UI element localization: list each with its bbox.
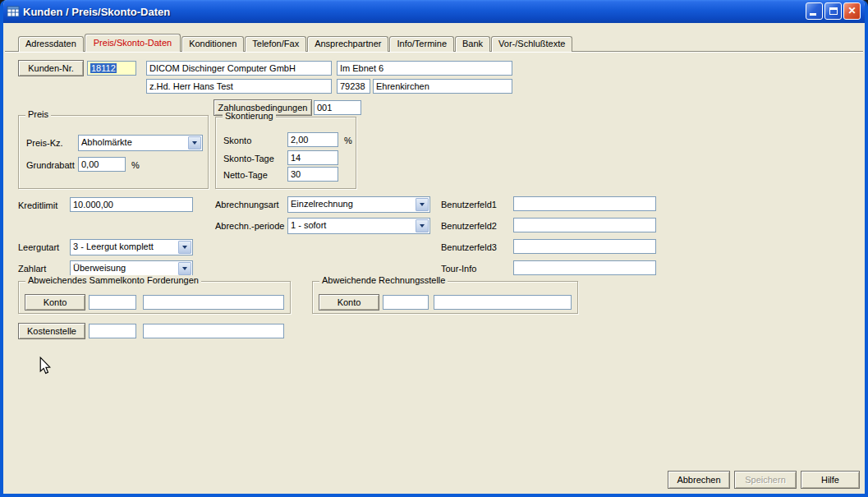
benutzerfeld1-label: Benutzerfeld1: [441, 200, 497, 209]
minimize-icon: [810, 13, 816, 16]
sammelkonto-konto-button[interactable]: Konto: [25, 294, 85, 311]
benutzerfeld2-label: Benutzerfeld2: [441, 221, 497, 231]
close-button[interactable]: ✕: [843, 2, 861, 20]
title-bar[interactable]: Kunden / Preis/Skonto-Daten ✕: [0, 0, 868, 23]
abrechnungsart-value: Einzelrechnung: [291, 199, 415, 209]
abrechnungsart-dropdown-button[interactable]: [416, 198, 429, 211]
chevron-down-icon: [420, 224, 425, 228]
preis-group: Preis: [18, 115, 209, 189]
leergutart-dropdown-button[interactable]: [178, 241, 191, 254]
app-window: Kunden / Preis/Skonto-Daten ✕ Adressdate…: [0, 0, 868, 497]
skonto-label: Skonto: [223, 136, 251, 145]
tab-adressdaten[interactable]: Adressdaten: [18, 36, 84, 52]
close-icon: ✕: [844, 3, 860, 19]
form-client-area: Adressdaten Preis/Skonto-Daten Kondition…: [3, 23, 865, 494]
preis-group-title: Preis: [25, 109, 51, 119]
tab-konditionen[interactable]: Konditionen: [181, 36, 244, 52]
abrechn-periode-dropdown-button[interactable]: [416, 219, 429, 232]
chevron-down-icon: [182, 246, 187, 249]
abrechn-periode-combobox[interactable]: 1 - sofort: [287, 218, 430, 234]
maximize-icon: [829, 7, 838, 15]
speichern-button[interactable]: Speichern: [734, 471, 797, 489]
window-title: Kunden / Preis/Skonto-Daten: [23, 6, 170, 18]
netto-tage-label: Netto-Tage: [223, 170, 268, 180]
tab-bank[interactable]: Bank: [455, 36, 490, 52]
zahlart-combobox[interactable]: Überweisung: [70, 260, 193, 277]
tab-vor-schlusstexte[interactable]: Vor-/Schlußtexte: [491, 36, 572, 52]
abrechnungsart-label: Abrechnungsart: [215, 200, 279, 209]
hilfe-button[interactable]: Hilfe: [801, 471, 860, 489]
customer-plz-field[interactable]: [337, 79, 370, 94]
leergutart-label: Leergutart: [18, 242, 59, 252]
customer-attn-field[interactable]: [146, 79, 332, 94]
mouse-cursor: [39, 357, 51, 375]
abrechn-periode-label: Abrechn.-periode: [215, 221, 284, 231]
abrechnungsart-combobox[interactable]: Einzelrechnung: [287, 196, 430, 213]
preis-kz-combobox[interactable]: Abholmärkte: [78, 135, 203, 151]
skontierung-group-title: Skontierung: [223, 111, 276, 121]
kostenstelle-name-field[interactable]: [143, 324, 284, 338]
leergutart-combobox[interactable]: 3 - Leergut komplett: [70, 239, 193, 255]
app-icon: [7, 5, 20, 18]
tab-preis-skonto-daten[interactable]: Preis/Skonto-Daten: [85, 34, 181, 52]
kreditlimit-field[interactable]: [70, 197, 193, 212]
chevron-down-icon: [182, 267, 187, 270]
kreditlimit-label: Kreditlimit: [18, 200, 57, 210]
window-controls: ✕: [806, 2, 861, 20]
kunden-nr-button[interactable]: Kunden-Nr.: [18, 60, 84, 76]
tab-telefon-fax[interactable]: Telefon/Fax: [245, 36, 306, 52]
skonto-unit-label: %: [344, 136, 352, 145]
preis-kz-dropdown-button[interactable]: [188, 136, 201, 150]
benutzerfeld3-field[interactable]: [513, 239, 656, 254]
netto-tage-field[interactable]: [287, 167, 338, 182]
grundrabatt-label: Grundrabatt: [26, 160, 75, 170]
customer-street-field[interactable]: [337, 61, 512, 76]
customer-name-field[interactable]: [146, 61, 332, 76]
kostenstelle-button[interactable]: Kostenstelle: [18, 323, 85, 339]
maximize-button[interactable]: [824, 2, 842, 20]
minimize-button[interactable]: [806, 2, 823, 20]
sammelkonto-name-field[interactable]: [143, 295, 284, 310]
benutzerfeld1-field[interactable]: [513, 196, 656, 211]
skonto-tage-label: Skonto-Tage: [223, 154, 274, 163]
leergutart-value: 3 - Leergut komplett: [73, 242, 177, 251]
rechnungsstelle-group-title: Abweichende Rechnungsstelle: [319, 275, 448, 285]
rechnungsstelle-konto-button[interactable]: Konto: [319, 294, 379, 311]
grundrabatt-unit-label: %: [131, 160, 140, 170]
customer-ort-field[interactable]: [373, 79, 512, 94]
preis-kz-label: Preis-Kz.: [26, 138, 63, 148]
zahlart-value: Überweisung: [73, 263, 177, 273]
preis-kz-value: Abholmärkte: [81, 137, 187, 147]
chevron-down-icon: [192, 141, 197, 145]
benutzerfeld2-field[interactable]: [513, 218, 656, 232]
chevron-down-icon: [420, 203, 425, 206]
tour-info-field[interactable]: [513, 260, 656, 275]
rechnungsstelle-nr-field[interactable]: [383, 295, 429, 310]
zahlungsbedingungen-field[interactable]: [314, 100, 361, 115]
abbrechen-button[interactable]: Abbrechen: [668, 471, 730, 489]
kunden-nr-field[interactable]: 18112: [87, 61, 136, 76]
tab-bar: Adressdaten Preis/Skonto-Daten Kondition…: [18, 34, 573, 52]
zahlart-label: Zahlart: [18, 264, 46, 274]
sammelkonto-nr-field[interactable]: [89, 295, 136, 310]
tab-ansprechpartner[interactable]: Ansprechpartner: [307, 36, 388, 52]
tour-info-label: Tour-Info: [441, 264, 476, 274]
abrechn-periode-value: 1 - sofort: [291, 220, 415, 230]
kostenstelle-nr-field[interactable]: [89, 324, 136, 338]
benutzerfeld3-label: Benutzerfeld3: [441, 242, 497, 252]
skonto-tage-field[interactable]: [287, 150, 338, 165]
rechnungsstelle-name-field[interactable]: [434, 295, 572, 310]
zahlart-dropdown-button[interactable]: [178, 262, 191, 275]
grundrabatt-field[interactable]: [78, 157, 126, 172]
skonto-field[interactable]: [287, 132, 338, 147]
sammelkonto-group-title: Abweichendes Sammelkonto Forderungen: [25, 275, 201, 285]
kunden-nr-value: 18112: [90, 63, 117, 73]
tab-info-termine[interactable]: Info/Termine: [389, 36, 454, 52]
